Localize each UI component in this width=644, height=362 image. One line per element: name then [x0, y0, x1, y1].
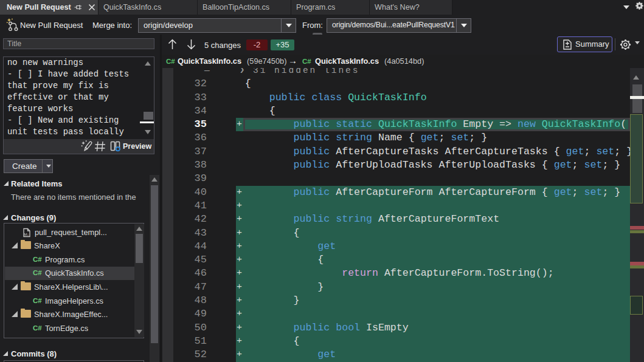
svg-text:M↓: M↓ — [24, 233, 29, 236]
